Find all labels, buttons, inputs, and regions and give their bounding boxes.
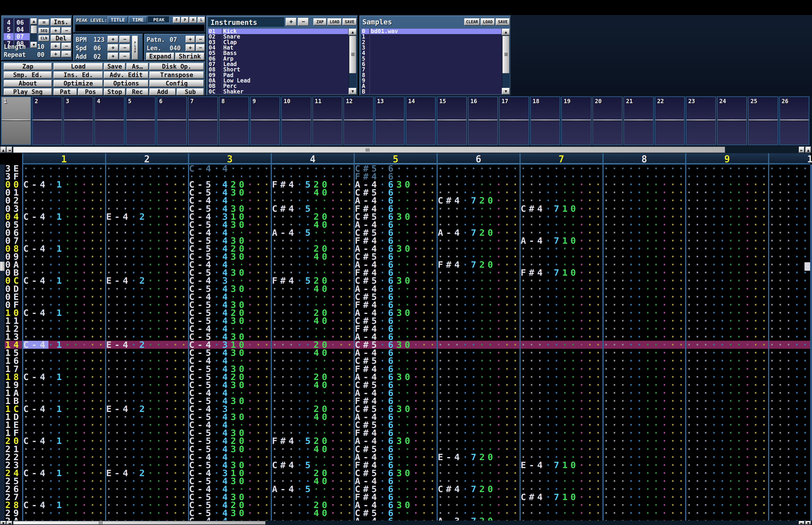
pattern-cell-ch9[interactable]: ·········· <box>686 437 768 445</box>
pattern-cell-ch6[interactable]: ·········· <box>438 357 520 365</box>
pattern-cell-ch9[interactable]: ·········· <box>686 357 768 365</box>
list-index[interactable]: 04 <box>209 45 221 50</box>
pattern-cell-ch9[interactable]: ·········· <box>686 221 768 229</box>
pattern-cell-ch1[interactable]: ·········· <box>23 389 105 397</box>
list-item[interactable]: Low Lead <box>223 78 347 84</box>
pattern-cell-ch3[interactable]: C-5·420··· <box>189 437 271 445</box>
pattern-cell-ch6[interactable]: ·········· <box>438 285 520 293</box>
pattern-cell-ch8[interactable]: ·········· <box>603 165 685 172</box>
pattern-cell-ch10[interactable]: ·········· <box>769 413 810 421</box>
pattern-cell-ch10[interactable]: ·········· <box>769 333 810 341</box>
pattern-cell-ch10[interactable]: ·········· <box>769 325 810 333</box>
pattern-cell-ch7[interactable]: ·········· <box>521 245 602 253</box>
list-scrollbar-thumb[interactable] <box>502 36 509 73</box>
instruments-zap-button[interactable]: ZAP <box>313 18 326 25</box>
pattern-cell-ch2[interactable]: E-4·2····· <box>106 276 188 285</box>
scopes-scrollbar[interactable]: ▲◄►▲ <box>0 146 812 153</box>
instrument-minus-button[interactable]: − <box>298 18 309 26</box>
pattern-cell-ch5[interactable]: C#5·6····· <box>355 165 436 172</box>
pattern-cell-ch1[interactable]: ·········· <box>23 205 105 213</box>
pattern-cell-ch2[interactable]: ·········· <box>106 229 188 237</box>
pattern-cell-ch7[interactable]: ·········· <box>521 429 602 437</box>
pattern-cell-ch2[interactable]: ·········· <box>106 501 188 509</box>
pattern-cell-ch1[interactable]: ·········· <box>23 269 105 276</box>
pattern-cell-ch3[interactable]: C-5·430··· <box>189 333 271 341</box>
pattern-cell-ch1[interactable]: ·········· <box>23 429 105 437</box>
pattern-cell-ch4[interactable]: ·····20··· <box>272 309 354 317</box>
pattern-cell-ch2[interactable]: ·········· <box>106 429 188 437</box>
pattern-cell-ch3[interactable]: C-5·430··· <box>189 381 271 389</box>
pattern-cell-ch7[interactable]: ·········· <box>521 437 602 445</box>
pattern-cell-ch10[interactable]: ·········· <box>769 517 810 521</box>
list-item[interactable] <box>371 78 500 84</box>
scroll-right-button[interactable]: ► <box>799 521 805 525</box>
pattern-cell-ch7[interactable]: ·········· <box>521 325 602 333</box>
pattern-cell-ch4[interactable]: ·····40··· <box>272 285 354 293</box>
pattern-cell-ch7[interactable]: ·········· <box>521 293 602 301</box>
pattern-cell-ch9[interactable]: ·········· <box>686 245 768 253</box>
pattern-cell-ch3[interactable]: C-4·4····· <box>189 421 271 429</box>
pattern-cell-ch2[interactable]: E-4·2····· <box>106 213 188 221</box>
cln-button[interactable]: CLN <box>39 35 49 41</box>
pattern-cell-ch2[interactable]: ·········· <box>106 189 188 196</box>
pattern-cell-ch10[interactable]: ·········· <box>769 165 810 172</box>
list-item[interactable]: Kick <box>223 29 347 34</box>
pattern-cell-ch9[interactable]: ·········· <box>686 253 768 260</box>
pattern-cell-ch1[interactable]: ·········· <box>23 485 105 493</box>
pattern-cell-ch8[interactable]: ·········· <box>603 453 685 461</box>
pattern-cell-ch2[interactable]: ·········· <box>106 381 188 389</box>
pattern-cell-ch2[interactable]: ·········· <box>106 421 188 429</box>
pattern-cell-ch9[interactable]: ·········· <box>686 389 768 397</box>
pattern-cell-ch2[interactable]: ·········· <box>106 293 188 301</box>
pattern-cell-ch6[interactable]: ·········· <box>438 237 520 245</box>
menu-stop-button[interactable]: Stop <box>104 88 125 95</box>
pattern-cell-ch1[interactable]: ·········· <box>23 349 105 357</box>
pattern-cell-ch9[interactable]: ·········· <box>686 276 768 285</box>
pattern-cell-ch4[interactable]: ·········· <box>272 260 354 269</box>
len-minus-button[interactable]: − <box>196 44 205 51</box>
pattern-cell-ch10[interactable]: ·········· <box>769 365 810 373</box>
pattern-cell-ch3[interactable]: C-5·430··· <box>189 445 271 453</box>
order-plus-button[interactable]: + <box>51 27 61 34</box>
pattern-cell-ch3[interactable]: C-5·430··· <box>189 477 271 485</box>
pattern-cell-ch5[interactable]: C#5·6····· <box>355 421 436 429</box>
pattern-cell-ch8[interactable]: ·········· <box>603 365 685 373</box>
pattern-cell-ch9[interactable]: ·········· <box>686 293 768 301</box>
pattern-cell-ch10[interactable]: ·········· <box>769 429 810 437</box>
track-header-7[interactable]: 7 <box>520 154 603 164</box>
pattern-cell-ch10[interactable]: ·········· <box>769 229 810 237</box>
order-list-position[interactable]: 6 <box>4 33 14 40</box>
pattern-cell-ch1[interactable]: ·········· <box>23 357 105 365</box>
vertical-scroll-button[interactable]: ▲ <box>0 147 6 153</box>
pattern-cell-ch4[interactable]: ·····20··· <box>272 405 354 413</box>
pattern-cell-ch2[interactable]: ·········· <box>106 509 188 517</box>
pattern-cell-ch1[interactable]: ·········· <box>23 165 105 172</box>
pattern-cell-ch3[interactable]: C-5·420··· <box>189 245 271 253</box>
list-scrollbar-thumb[interactable] <box>349 36 356 73</box>
menu-zap-button[interactable]: Zap <box>4 63 52 70</box>
pattern-cell-ch4[interactable]: ·····40··· <box>272 381 354 389</box>
order-equals-button[interactable]: = <box>39 19 49 25</box>
list-item[interactable] <box>371 62 500 67</box>
f-button[interactable]: F <box>173 17 181 23</box>
list-index[interactable]: 0A <box>209 78 221 84</box>
list-item[interactable] <box>371 67 500 72</box>
list-index[interactable]: B <box>362 89 369 94</box>
pattern-cell-ch2[interactable]: ·········· <box>106 373 188 381</box>
pattern-cell-ch5[interactable]: F#4·6····· <box>355 205 436 213</box>
pattern-cell-ch9[interactable]: ·········· <box>686 373 768 381</box>
pattern-cell-ch1[interactable]: ·········· <box>23 285 105 293</box>
pattern-cell-ch1[interactable]: ·········· <box>23 221 105 229</box>
pattern-cell-ch2[interactable]: ·········· <box>106 485 188 493</box>
pattern-cell-ch7[interactable]: ·········· <box>521 189 602 196</box>
seq-button[interactable]: SEQ <box>39 28 49 34</box>
pattern-cell-ch6[interactable]: ·········· <box>438 180 520 189</box>
order-insert-button[interactable]: Ins. <box>51 18 72 26</box>
pattern-cell-ch6[interactable]: ·········· <box>438 213 520 221</box>
pattern-cell-ch7[interactable]: ·········· <box>521 333 602 341</box>
pattern-cell-ch10[interactable]: ·········· <box>769 397 810 405</box>
pattern-cell-ch9[interactable]: ·········· <box>686 469 768 477</box>
order-minus-button[interactable]: − <box>62 27 72 34</box>
pattern-cell-ch1[interactable]: ·········· <box>23 229 105 237</box>
list-item[interactable] <box>371 56 500 62</box>
